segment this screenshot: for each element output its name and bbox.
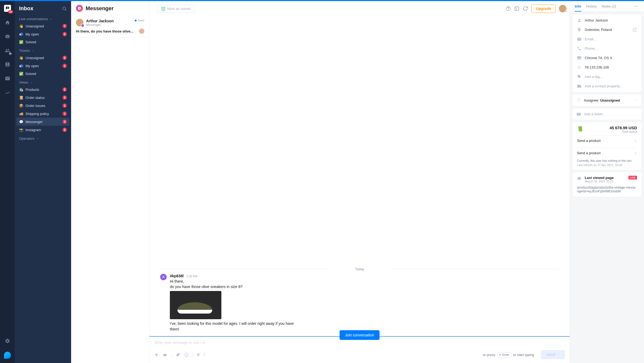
sidebar-item[interactable]: 👋Unassigned2 [15, 54, 71, 62]
sidebar-item-label: Instagram [25, 128, 60, 132]
analytics-icon[interactable] [4, 89, 11, 96]
mark-solved-button[interactable]: Mark as solved [158, 5, 194, 13]
home-icon[interactable] [4, 19, 11, 26]
join-conversation-button[interactable]: Join conversation [340, 330, 380, 340]
sidebar-item[interactable]: 🚚Shipping policy1 [15, 110, 71, 118]
svg-rect-4 [163, 354, 166, 356]
attach-icon[interactable] [176, 353, 180, 357]
section-header[interactable]: Live conversations [15, 14, 71, 22]
send-product-button[interactable]: Send a product [577, 135, 637, 146]
sidebar-title: Inbox [19, 5, 33, 12]
contact-source: Messenger [86, 23, 114, 26]
sidebar-item-count: 2 [63, 56, 67, 60]
contacts-icon[interactable] [4, 61, 11, 68]
sidebar-item[interactable]: 📦Order issues1 [15, 102, 71, 110]
person-icon [577, 18, 581, 23]
live-badge: LIVE [628, 176, 637, 179]
svg-point-6 [165, 355, 166, 355]
sidebar-item[interactable]: 👋Unassigned7 [15, 22, 71, 30]
assignee-selector[interactable]: ? Assignee: Unassigned [573, 95, 641, 106]
search-icon[interactable] [62, 6, 67, 11]
sidebar-item-count: 7 [63, 24, 67, 28]
sidebar-item-icon: 📔 [19, 96, 23, 100]
sidebar-item[interactable]: 🛍️Products2 [15, 85, 71, 94]
section-header[interactable]: Operators [15, 134, 71, 142]
sidebar-item-icon: 👋 [19, 24, 23, 28]
bot-icon[interactable] [163, 353, 167, 357]
sidebar-item-count: 3 [63, 95, 67, 100]
sidebar-item[interactable]: 💬Messenger3 [16, 118, 69, 126]
app-logo[interactable]: 12 [4, 5, 11, 12]
tab-history[interactable]: History [586, 4, 597, 12]
phone-icon [577, 46, 581, 51]
sidebar-item[interactable]: 📸Instagram2 [15, 126, 71, 134]
sidebar-item-label: Shipping policy [25, 112, 60, 116]
operator-avatar[interactable] [559, 5, 566, 12]
shopify-card: 45 678.99 USD Total spend Send a product… [573, 122, 641, 170]
enter-key: ↵ Enter [497, 352, 511, 357]
svg-point-8 [185, 354, 186, 354]
sidebar-item[interactable]: 📔Order status3 [15, 94, 71, 102]
sidebar-item-icon: 📸 [19, 128, 23, 132]
conversation-row[interactable]: Arthur Jackson Messenger 2min Hi there, … [71, 16, 149, 37]
italic-icon[interactable]: I [203, 353, 205, 357]
chevron-right-icon [634, 139, 637, 142]
chevron-right-icon [634, 152, 637, 155]
shopify-icon [577, 125, 583, 132]
send-button[interactable]: Send [541, 350, 565, 359]
topbar: Mark as solved Upgrade [158, 1, 570, 16]
help-icon[interactable] [506, 6, 511, 11]
conversation-list: Messenger Arthur Jackson Messenger 2min … [71, 1, 149, 363]
brand-blob-icon[interactable] [4, 352, 11, 359]
mail-icon[interactable] [4, 75, 11, 82]
sidebar-item-label: Solved [25, 72, 67, 76]
sidebar-toggle-icon[interactable] [514, 6, 519, 11]
total-spend-label: Total spend [609, 130, 637, 133]
contact-info-card: Arthur Jackson Goleniów, Poland Email...… [573, 15, 641, 92]
sidebar-item[interactable]: ✅Solved [15, 38, 71, 46]
section-header[interactable]: Views [15, 78, 71, 85]
lightning-icon[interactable] [154, 353, 159, 357]
message-text: I've, been looking for this model for ag… [170, 321, 299, 332]
bold-icon[interactable]: B [197, 353, 200, 357]
refresh-time: Last refresh on 27 Apr 2021, 16:42 [577, 163, 637, 167]
ticket-icon [576, 112, 581, 116]
send-product-button[interactable]: Send a product [577, 148, 637, 158]
message-image[interactable] [170, 291, 221, 319]
people-icon[interactable]: 2 [4, 47, 11, 54]
chevron-down-icon [635, 99, 638, 102]
svg-point-7 [185, 353, 188, 357]
refresh-icon[interactable] [523, 6, 528, 11]
logo-badge: 12 [8, 10, 13, 13]
sidebar-item-count: 3 [63, 120, 67, 124]
upgrade-button[interactable]: Upgrade [531, 4, 556, 13]
device-icon [577, 56, 581, 60]
section-header[interactable]: Tickets [15, 46, 71, 54]
more-icon[interactable]: ··· [634, 4, 639, 12]
composer-input[interactable]: Write your message or use / to [154, 340, 565, 345]
sidebar-item[interactable]: 📬My open1 [15, 62, 71, 70]
sidebar-item-icon: ✅ [19, 40, 23, 44]
svg-point-9 [187, 354, 187, 354]
sidebar-item-count: 2 [63, 87, 67, 92]
settings-icon[interactable] [4, 338, 11, 344]
sidebar-item[interactable]: ✅Solved [15, 70, 71, 78]
bot-icon[interactable] [4, 33, 11, 40]
tab-notes[interactable]: Notes (2) [602, 4, 616, 12]
sidebar-item[interactable]: 📬My open2 [15, 30, 71, 38]
sidebar-item-icon: 📦 [19, 104, 23, 108]
emoji-icon[interactable] [184, 353, 189, 357]
sidebar-item-label: Order issues [25, 104, 60, 108]
sidebar-item-icon: 🛍️ [19, 88, 23, 92]
sidebar-item-count: 1 [63, 112, 67, 116]
svg-rect-11 [577, 177, 581, 180]
external-link-icon[interactable] [632, 27, 637, 32]
add-ticket-button[interactable]: Add a ticket... [573, 109, 641, 120]
message-id: #kp838l [170, 274, 184, 278]
conversation-time: 2min [135, 19, 144, 22]
sidebar: Inbox Live conversations👋Unassigned7📬My … [15, 1, 71, 363]
svg-point-10 [579, 67, 580, 68]
folder-icon [577, 84, 581, 88]
tab-info[interactable]: Info [575, 4, 581, 12]
conversation-preview: Hi there, do you have those olive... [76, 29, 139, 33]
